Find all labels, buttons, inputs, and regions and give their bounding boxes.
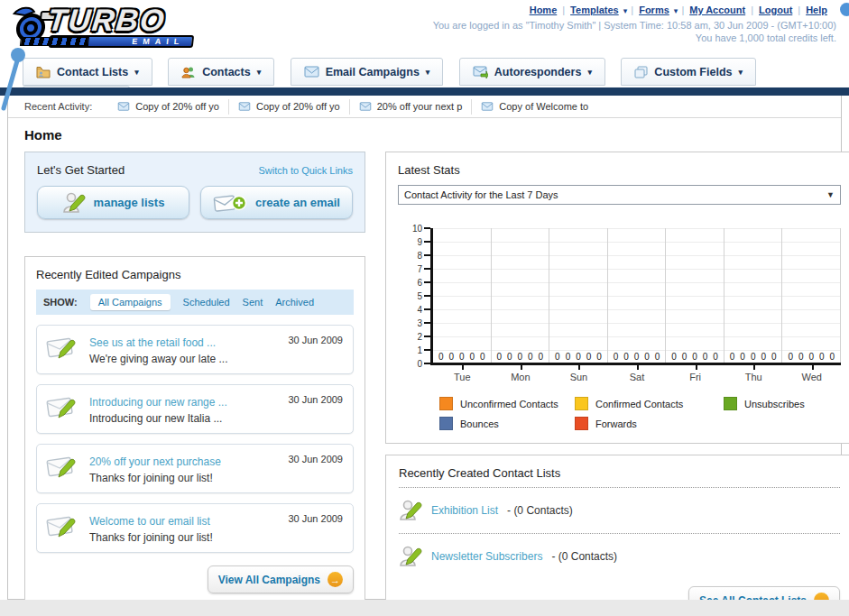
dotted-divider bbox=[399, 487, 840, 488]
bar-value-label: 0 bbox=[644, 352, 650, 362]
tab-autoresponders[interactable]: Autoresponders ▾ bbox=[459, 58, 605, 86]
envelope-icon bbox=[359, 102, 372, 111]
campaign-title-link[interactable]: Welcome to our email list bbox=[89, 515, 210, 528]
tab-label: Contacts bbox=[202, 66, 250, 78]
filter-archived[interactable]: Archived bbox=[275, 297, 314, 308]
y-tick-label: 8 bbox=[417, 252, 422, 261]
link-logout[interactable]: Logout bbox=[759, 5, 792, 15]
y-tick-label: 10 bbox=[412, 225, 422, 234]
dotted-divider bbox=[399, 533, 840, 534]
recent-activity-item[interactable]: Copy of 20% off yo bbox=[229, 99, 350, 115]
stats-period-select[interactable]: Contact Activity for the Last 7 Days ▼ bbox=[398, 185, 841, 205]
campaign-subtitle: We're giving away our late ... bbox=[89, 353, 344, 365]
logo-stripes bbox=[20, 37, 89, 46]
legend-label: Bounces bbox=[460, 418, 499, 429]
brand-subtitle: EMAIL bbox=[132, 37, 185, 46]
bar-value-label: 0 bbox=[740, 352, 745, 362]
link-my-account[interactable]: My Account bbox=[689, 5, 745, 15]
campaign-date: 30 Jun 2009 bbox=[288, 513, 343, 524]
envelope-pencil-icon bbox=[46, 393, 78, 420]
contact-list-count: - (0 Contacts) bbox=[507, 504, 573, 517]
brand-title: TURBO bbox=[46, 3, 168, 38]
bar-value-label: 0 bbox=[586, 352, 592, 362]
contact-list-link[interactable]: Newsletter Subscribers bbox=[431, 550, 542, 563]
recent-activity-text: Copy of Welcome to bbox=[499, 101, 588, 112]
link-help[interactable]: Help bbox=[806, 5, 827, 15]
folder-contacts-icon bbox=[36, 66, 51, 78]
bar-value-label: 0 bbox=[518, 352, 523, 362]
view-all-campaigns-button[interactable]: View All Campaigns → bbox=[208, 565, 354, 593]
tab-custom-fields[interactable]: Custom Fields ▾ bbox=[621, 58, 756, 86]
link-home[interactable]: Home bbox=[530, 5, 558, 15]
contact-list-link[interactable]: Exhibition List bbox=[431, 504, 498, 517]
chart-day-group: 00000 bbox=[433, 228, 492, 363]
x-day-label: Sun bbox=[549, 365, 608, 382]
envelope-pencil-icon bbox=[46, 512, 78, 539]
y-tick-label: 2 bbox=[417, 333, 422, 342]
contact-activity-chart: 109876543210 000000000000000000000000000… bbox=[398, 228, 841, 430]
person-pencil-icon bbox=[62, 192, 86, 214]
page-title: Home bbox=[24, 127, 825, 143]
link-templates[interactable]: Templates bbox=[570, 5, 619, 15]
bar-value-label: 0 bbox=[555, 352, 560, 362]
campaign-subtitle: Introducing our new Italia ... bbox=[89, 412, 344, 425]
x-day-label: Thu bbox=[724, 365, 783, 382]
x-tick-mark bbox=[637, 365, 639, 370]
recent-activity-text: Copy of 20% off yo bbox=[135, 101, 219, 112]
legend-item: Unsubscribes bbox=[724, 397, 841, 410]
filter-sent[interactable]: Sent bbox=[243, 297, 263, 308]
tab-label: Custom Fields bbox=[654, 66, 732, 78]
campaign-title-link[interactable]: Introducing our new range ... bbox=[89, 396, 227, 409]
bar-value-label: 0 bbox=[671, 352, 677, 362]
recent-activity-item[interactable]: 20% off your next p bbox=[350, 99, 473, 115]
campaign-card[interactable]: Introducing our new range ... Introducin… bbox=[36, 384, 354, 434]
bar-value-label: 0 bbox=[829, 352, 835, 362]
y-tick-mark bbox=[424, 268, 430, 270]
navy-divider-bar bbox=[0, 87, 849, 96]
person-pencil-icon bbox=[399, 545, 422, 568]
tab-contact-lists[interactable]: Contact Lists ▾ bbox=[23, 58, 152, 86]
campaign-card[interactable]: 20% off your next purchase Thanks for jo… bbox=[36, 444, 354, 493]
recent-activity-text: 20% off your next p bbox=[377, 101, 463, 112]
recent-activity-item[interactable]: Copy of Welcome to bbox=[472, 99, 597, 115]
campaign-card[interactable]: See us at the retail food ... We're givi… bbox=[36, 325, 354, 374]
content-frame: Recent Activity: Copy of 20% off yo Copy… bbox=[7, 96, 842, 600]
pages-icon bbox=[634, 66, 648, 78]
filter-scheduled[interactable]: Scheduled bbox=[183, 297, 230, 308]
get-started-panel: Let's Get Started Switch to Quick Links … bbox=[24, 152, 365, 233]
campaign-card[interactable]: Welcome to our email list Thanks for joi… bbox=[36, 503, 354, 553]
manage-lists-button[interactable]: manage lists bbox=[37, 186, 189, 219]
legend-swatch bbox=[575, 397, 588, 410]
recently-edited-campaigns-panel: Recently Edited Campaigns SHOW: All Camp… bbox=[24, 256, 365, 607]
tab-label: Email Campaigns bbox=[326, 66, 420, 78]
chevron-down-icon: ▾ bbox=[426, 68, 430, 77]
y-tick-label: 4 bbox=[417, 306, 422, 315]
tab-label: Autoresponders bbox=[494, 66, 582, 78]
corner-dot-decoration bbox=[840, 3, 849, 16]
campaign-filter-bar: SHOW: All Campaigns Scheduled Sent Archi… bbox=[36, 290, 354, 315]
tab-email-campaigns[interactable]: Email Campaigns ▾ bbox=[291, 58, 444, 86]
recently-created-contact-lists-panel: Recently Created Contact Lists Exhibitio… bbox=[385, 455, 849, 616]
filter-all-campaigns[interactable]: All Campaigns bbox=[90, 294, 171, 310]
stats-period-value: Contact Activity for the Last 7 Days bbox=[404, 189, 558, 200]
create-email-button[interactable]: create an email bbox=[200, 186, 353, 219]
envelope-pencil-icon bbox=[46, 334, 78, 361]
bar-value-label: 0 bbox=[566, 352, 571, 362]
recent-activity-item[interactable]: Copy of 20% off yo bbox=[108, 99, 229, 115]
link-forms[interactable]: Forms bbox=[639, 5, 669, 15]
tab-contacts[interactable]: Contacts ▾ bbox=[168, 58, 274, 86]
campaign-title-link[interactable]: 20% off your next purchase bbox=[89, 455, 221, 468]
header: TURBO EMAIL Home|Templates ▾|Forms ▾|My … bbox=[0, 0, 849, 56]
contact-list-count: - (0 Contacts) bbox=[551, 550, 617, 563]
x-tick-mark bbox=[696, 365, 697, 370]
chevron-down-icon: ▾ bbox=[623, 6, 628, 15]
switch-quick-links[interactable]: Switch to Quick Links bbox=[258, 165, 353, 176]
x-tick-mark bbox=[753, 365, 755, 370]
bar-value-label: 0 bbox=[623, 352, 629, 362]
chevron-down-icon: ▾ bbox=[674, 6, 678, 15]
x-day-label: Fri bbox=[666, 365, 724, 382]
campaign-title-link[interactable]: See us at the retail food ... bbox=[89, 336, 216, 349]
campaign-date: 30 Jun 2009 bbox=[288, 335, 343, 345]
campaign-subtitle: Thanks for joining our list! bbox=[89, 531, 344, 544]
bar-value-label: 0 bbox=[438, 352, 444, 362]
